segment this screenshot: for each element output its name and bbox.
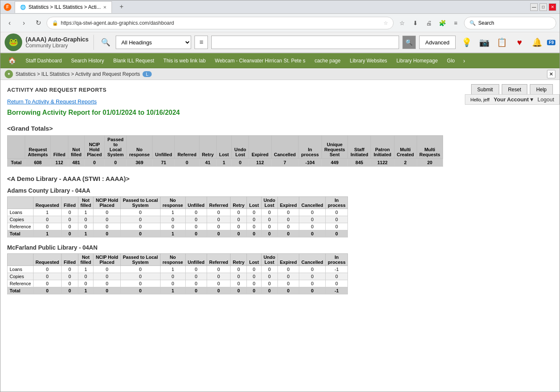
nav-search-history[interactable]: Search History xyxy=(67,56,109,65)
row-cell-7: 0 xyxy=(207,266,231,273)
close-btn[interactable]: ✕ xyxy=(549,3,556,11)
search-icon-btn[interactable]: 🔍 xyxy=(99,36,112,49)
mcfarland-table: Requested Filled Notfilled NCIP HoldPlac… xyxy=(7,253,348,294)
tab[interactable]: 🌐 Statistics > ILL Statistics > Acti... … xyxy=(15,1,112,13)
row-cell-12: 0 xyxy=(299,273,326,280)
minimize-btn[interactable]: — xyxy=(530,3,538,11)
adams-th-undo-lost: UndoLost xyxy=(261,197,277,209)
nav-home[interactable]: 🏠 xyxy=(4,55,21,66)
heart-icon[interactable]: ♥ xyxy=(512,35,527,50)
grand-table-header-row: RequestAttempts Filled Notfilled NCIPHol… xyxy=(8,136,443,159)
new-tab-btn[interactable]: + xyxy=(115,1,127,13)
nav-webcam[interactable]: Webcam - Clearwater Hirrican St. Pete s xyxy=(211,56,310,65)
th-filled: Filled xyxy=(51,136,68,159)
row-cell-1: 0 xyxy=(62,230,78,237)
row-cell-4: 0 xyxy=(121,230,161,237)
mcfarland-th-lost: Lost xyxy=(247,254,261,266)
nav-cache[interactable]: cache page xyxy=(310,56,345,65)
mcfarland-th-undo-lost: UndoLost xyxy=(261,254,277,266)
heading-select[interactable]: All Headings xyxy=(116,36,191,49)
row-cell-4: 0 xyxy=(121,287,161,294)
nav-web-link[interactable]: This is web link lab xyxy=(159,56,210,65)
bookmark-icon[interactable]: ☆ xyxy=(396,17,408,29)
grand-table-wrap: RequestAttempts Filled Notfilled NCIPHol… xyxy=(7,135,553,167)
row-cell-6: 0 xyxy=(185,230,207,237)
camera-icon[interactable]: 📷 xyxy=(477,35,492,50)
row-cell-13: 0 xyxy=(326,273,348,280)
row-cell-10: 0 xyxy=(261,280,277,287)
nav-blank-ill[interactable]: Blank ILL Request xyxy=(109,56,158,65)
app-name-block: (AAAA) Auto-Graphics Community Library xyxy=(26,36,88,49)
download-icon[interactable]: ⬇ xyxy=(410,17,421,29)
tab-close[interactable]: ✕ xyxy=(103,5,106,10)
maximize-btn[interactable]: □ xyxy=(539,3,547,11)
row-cell-12: 0 xyxy=(299,280,326,287)
row-cell-5: 0 xyxy=(160,223,185,230)
table-row: Reference00000000000000 xyxy=(8,280,348,287)
search-box[interactable]: 🔍 Search xyxy=(464,17,556,29)
row-cell-9: 0 xyxy=(247,280,261,287)
row-cell-6: 0 xyxy=(185,223,207,230)
lightbulb-icon[interactable]: 💡 xyxy=(459,35,474,50)
mcfarland-header-row: Requested Filled Notfilled NCIP HoldPlac… xyxy=(8,254,348,266)
grand-row-cell-10: 0 xyxy=(232,159,249,167)
adams-table-body: Loans10100100000000Copies00000000000000R… xyxy=(8,209,348,237)
list-icon[interactable]: 📋 xyxy=(494,35,509,50)
th-staff-initiated: StaffInitiated xyxy=(348,136,371,159)
tab-icon: 🌐 xyxy=(20,5,26,10)
row-cell-6: 0 xyxy=(185,209,207,216)
back-btn[interactable]: ‹ xyxy=(4,17,16,29)
nav-bar: 🏠 Staff Dashboard Search History Blank I… xyxy=(0,53,560,68)
url-bar[interactable]: 🔒 https://qa-stwi-agent.auto-graphics.co… xyxy=(47,17,394,29)
mcfarland-th-retry: Retry xyxy=(231,254,247,266)
bell-icon[interactable]: 🔔 xyxy=(529,35,544,50)
row-cell-11: 0 xyxy=(277,216,299,223)
row-cell-7: 0 xyxy=(207,209,231,216)
row-cell-1: 0 xyxy=(62,216,78,223)
row-cell-13: -1 xyxy=(326,266,348,273)
menu-icon[interactable]: ≡ xyxy=(450,17,461,29)
row-label: Copies xyxy=(8,216,34,223)
account-link[interactable]: Your Account ▾ xyxy=(494,96,533,103)
row-cell-7: 0 xyxy=(207,230,231,237)
breadcrumb-close[interactable]: ✕ xyxy=(547,70,555,78)
extensions-icon[interactable]: 🧩 xyxy=(436,17,448,29)
reload-btn[interactable]: ↻ xyxy=(32,17,44,29)
row-cell-2: 0 xyxy=(78,273,93,280)
nav-library-websites[interactable]: Library Websites xyxy=(345,56,391,65)
adams-header-row: Requested Filled Notfilled NCIP HoldPlac… xyxy=(8,197,348,209)
adams-library-title: Adams County Library - 04AA xyxy=(7,187,553,194)
section-a-title: <A Demo Library - AAAA (STWI : AAAA)> xyxy=(7,175,553,182)
forward-btn[interactable]: › xyxy=(18,17,30,29)
grand-row-cell-8: 41 xyxy=(199,159,216,167)
th-patron-initiated: PatronInitiated xyxy=(371,136,394,159)
row-cell-8: 0 xyxy=(231,216,247,223)
row-cell-0: 0 xyxy=(33,223,61,230)
help-btn[interactable]: Help xyxy=(530,84,553,95)
advanced-btn[interactable]: Advanced xyxy=(419,36,456,49)
reset-btn[interactable]: Reset xyxy=(502,84,527,95)
nav-library-homepage[interactable]: Library Homepage xyxy=(392,56,442,65)
row-label: Reference xyxy=(8,223,34,230)
grand-total-row: Total6081124810036971041101127-104449845… xyxy=(8,159,443,167)
search-btn[interactable]: 🔍 xyxy=(402,36,416,49)
search-input[interactable] xyxy=(211,36,399,49)
row-cell-6: 0 xyxy=(185,273,207,280)
nav-more[interactable]: › xyxy=(460,56,469,66)
stack-btn[interactable]: ≡ xyxy=(194,36,208,49)
print-icon[interactable]: 🖨 xyxy=(423,17,435,29)
submit-btn[interactable]: Submit xyxy=(471,84,499,95)
table-row: Loans0010010000000-1 xyxy=(8,266,348,273)
row-cell-2: 0 xyxy=(78,223,93,230)
logout-btn[interactable]: Logout xyxy=(537,96,554,103)
grand-totals-title: <Grand Totals> xyxy=(7,125,553,132)
browser-logo: F xyxy=(4,3,11,11)
row-cell-13: 0 xyxy=(326,216,348,223)
row-cell-6: 0 xyxy=(185,266,207,273)
mcfarland-th-no-resp: Noresponse xyxy=(160,254,185,266)
row-cell-3: 0 xyxy=(93,209,121,216)
row-cell-3: 0 xyxy=(93,287,121,294)
nav-glo[interactable]: Glo xyxy=(443,56,459,65)
nav-staff-dashboard[interactable]: Staff Dashboard xyxy=(21,56,66,65)
header-buttons: Submit Reset Help xyxy=(471,84,553,95)
